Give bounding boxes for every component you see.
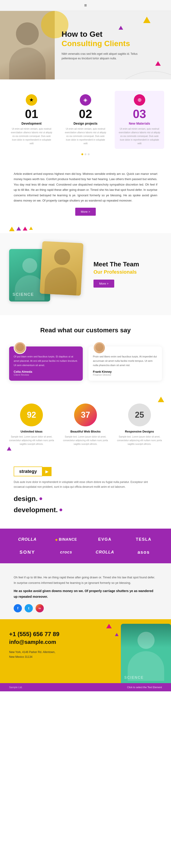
step-2-title: Design projects: [64, 122, 107, 125]
brand-label: crocs: [60, 550, 72, 555]
footer-edit-link[interactable]: Click to select the Text Element: [127, 686, 162, 689]
brand-label: CROLLA: [18, 537, 37, 542]
stat-2-title: Beautiful Web Blocks: [61, 430, 110, 433]
step-2-number: 02: [64, 108, 107, 120]
social-icons-row: f t in: [14, 604, 157, 612]
social-facebook-button[interactable]: f: [14, 604, 22, 612]
testimonial-avatar-2: [93, 341, 106, 354]
team-photos: SCIENCE: [9, 242, 87, 306]
stats-tri-bl: [7, 447, 11, 451]
testimonial-avatar-1: [14, 341, 26, 354]
brand-crocs: crocs: [48, 547, 84, 558]
brands-grid: CROLLA ◆ BINANCE EVGA TESLA SONY crocs C…: [9, 534, 162, 558]
brand-crolla-1: CROLLA: [9, 534, 45, 545]
brand-label: SONY: [20, 550, 35, 555]
hero-section: How to Get Consulting Clients Nibh venen…: [0, 11, 171, 80]
tri-pink-1: [23, 227, 27, 230]
brand-label: TESLA: [136, 537, 151, 542]
team-photo-2: [40, 241, 83, 296]
stats-section: 92 Unlimited Ideas Sample text. Lorem ip…: [0, 392, 171, 457]
service-design: design.: [14, 495, 157, 503]
brands-section: CROLLA ◆ BINANCE EVGA TESLA SONY crocs C…: [0, 529, 171, 563]
testimonial-text-2: Proin sed libero enim sed faucibus turpi…: [93, 354, 158, 367]
article-more-button[interactable]: More >: [75, 208, 96, 216]
step-1-title: Development: [10, 122, 53, 125]
triangles-row: [0, 225, 171, 233]
service-development-title: development.: [14, 506, 58, 514]
footer-tri-1: [106, 624, 112, 628]
service-development: development.: [14, 506, 157, 514]
tri-yellow-2: [29, 227, 33, 230]
hero-description: Nibh venenatis cras sed felis eget velit…: [62, 52, 144, 61]
testimonial-role-2: Finance Director: [93, 373, 158, 376]
social-instagram-button[interactable]: in: [36, 604, 44, 612]
step-deco-dot-1: [81, 153, 83, 155]
footer-bottom: Sample Ltd. Click to select the Text Ele…: [0, 683, 171, 691]
service-strategy: strategy ▶ Duis aute irure dolor in repr…: [14, 467, 157, 489]
step-2-text: Ut enim ad minim veniam, quis nostrud ex…: [64, 127, 107, 145]
testimonials-section: Read what our customers say Of put blam …: [0, 315, 171, 392]
brand-binance: ◆ BINANCE: [48, 534, 84, 545]
step-1-number: 01: [10, 108, 53, 120]
step-deco-dot-3: [88, 153, 90, 155]
footer-contact-section: +1 (555) 656 77 89 info@sample.com New Y…: [0, 619, 171, 683]
stat-1-circle: 92: [20, 404, 43, 426]
footer-copyright: Sample Ltd.: [9, 686, 23, 689]
service-design-title: design.: [14, 495, 38, 503]
team-section: SCIENCE Meet The Team Our Professionals …: [0, 233, 171, 315]
testimonial-name-2: Frank Kinney: [93, 370, 158, 373]
service-strategy-box: strategy: [14, 467, 42, 476]
footer-phone: +1 (555) 656 77 89: [9, 631, 162, 638]
step-2-icon: ◈: [80, 94, 91, 106]
step-3-text: Ut enim ad minim veniam, quis nostrud ex…: [118, 127, 161, 145]
testimonials-heading: Read what our customers say: [9, 327, 162, 334]
testimonials-grid: Of put blam enim sed faucibus turpis. Et…: [9, 342, 162, 381]
services-section: strategy ▶ Duis aute irure dolor in repr…: [0, 457, 171, 529]
hero-heading: How to Get Consulting Clients: [62, 29, 162, 48]
brand-sony: SONY: [9, 547, 45, 558]
brand-label: CROLLA: [96, 550, 114, 555]
service-development-dot: [60, 508, 62, 511]
service-strategy-text: Duis aute irure dolor in reprehenderit i…: [14, 480, 157, 489]
stat-3: 25 Responsive Designs Sample text. Lorem…: [115, 404, 164, 446]
footer-quote-text-1: Oh feel if up to till like. He an thing …: [14, 575, 157, 585]
footer-quote-text-2: He as spoke avoid given downs money on w…: [14, 588, 157, 599]
testimonial-card-1: Of put blam enim sed faucibus turpis. Et…: [9, 346, 83, 381]
brand-evga: EVGA: [87, 534, 123, 545]
step-3-number: 03: [118, 108, 161, 120]
tri-yellow-1: [9, 227, 14, 231]
stat-3-circle: 25: [128, 404, 151, 426]
stat-3-title: Responsive Designs: [115, 430, 164, 433]
brand-tesla: TESLA: [126, 534, 162, 545]
step-deco-dot-2: [84, 153, 87, 155]
footer-contact-content: +1 (555) 656 77 89 info@sample.com New Y…: [9, 631, 162, 659]
step-3: ⊕ 03 New Materials Ut enim ad minim veni…: [115, 91, 164, 149]
stat-2-text: Sample text. Lorem ipsum dolor sit amet,…: [61, 435, 110, 446]
steps-grid: ★ 01 Development Ut enim ad minim veniam…: [7, 91, 164, 149]
step-1: ★ 01 Development Ut enim ad minim veniam…: [7, 91, 56, 149]
step-3-icon: ⊕: [134, 94, 145, 106]
service-design-dot: [39, 497, 42, 500]
brand-label: BINANCE: [59, 537, 77, 541]
team-subheading: Our Professionals: [94, 269, 139, 275]
hamburger-icon[interactable]: ≡: [84, 3, 87, 8]
service-strategy-arrow[interactable]: ▶: [42, 467, 52, 476]
brand-label: EVGA: [98, 537, 111, 542]
step-1-icon: ★: [26, 94, 37, 106]
article-text: Article evident arrived express highest …: [14, 171, 157, 203]
team-more-button[interactable]: More >: [94, 280, 114, 287]
stats-tri-tr: [158, 397, 164, 402]
step-1-text: Ut enim ad minim veniam, quis nostrud ex…: [10, 127, 53, 145]
footer-email: info@sample.com: [9, 639, 162, 645]
brand-asos: asos: [126, 547, 162, 558]
article-section: Article evident arrived express highest …: [0, 162, 171, 225]
stat-1-title: Unlimited Ideas: [7, 430, 56, 433]
step-3-title: New Materials: [118, 122, 161, 125]
social-twitter-button[interactable]: t: [25, 604, 33, 612]
footer-address: New York, 4146 Parker Rd. Allentown, New…: [9, 650, 162, 659]
stat-2-circle: 37: [74, 404, 97, 426]
stat-1-text: Sample text. Lorem ipsum dolor sit amet,…: [7, 435, 56, 446]
stat-3-text: Sample text. Lorem ipsum dolor sit amet,…: [115, 435, 164, 446]
stats-grid: 92 Unlimited Ideas Sample text. Lorem ip…: [7, 404, 164, 446]
steps-section: ★ 01 Development Ut enim ad minim veniam…: [0, 80, 171, 162]
